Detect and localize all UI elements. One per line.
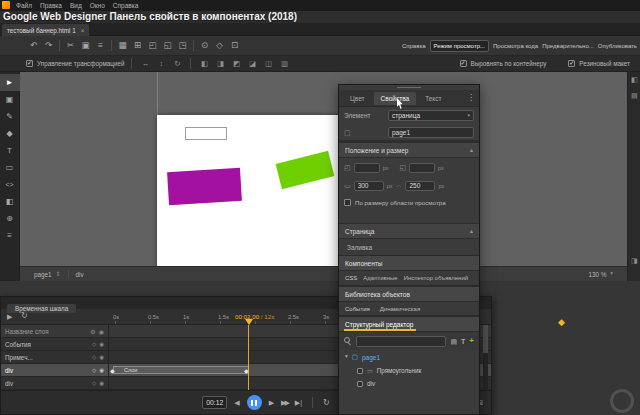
height-constraint-icon[interactable]: ↕ xyxy=(155,60,167,68)
artboard[interactable] xyxy=(157,115,346,267)
transform-tool[interactable]: ▣ xyxy=(0,91,20,108)
tab-text[interactable]: Текст xyxy=(418,92,448,105)
height-field[interactable]: 250 xyxy=(405,181,435,191)
width-constraint-icon[interactable]: ↔ xyxy=(139,60,151,68)
publish-button[interactable]: Опубликовать xyxy=(598,43,637,49)
viewport-size-checkbox[interactable] xyxy=(344,199,351,206)
tab-close-icon[interactable]: × xyxy=(81,27,85,34)
layer-visibility-icon[interactable]: ◉ xyxy=(99,328,104,335)
text-tool[interactable]: T xyxy=(0,142,20,159)
document-tab[interactable]: тестовый баннер.html 1 × xyxy=(2,24,89,36)
align-right-icon[interactable]: ◨ xyxy=(214,60,226,68)
layer-keyframe-icon[interactable]: ◇ xyxy=(92,341,96,347)
prev-frame-button[interactable]: ◀ xyxy=(234,399,239,406)
transform-controls-checkbox[interactable] xyxy=(26,60,33,67)
page-selector[interactable]: page1 xyxy=(34,271,52,278)
align-left-icon[interactable]: ◧ xyxy=(198,60,210,68)
panel-responsive-tab[interactable]: Адаптивные xyxy=(363,275,397,281)
menu-file[interactable]: Файл xyxy=(16,2,32,9)
rect-tool[interactable]: ▭ xyxy=(0,159,20,176)
align-topright-icon[interactable]: ◳ xyxy=(175,41,190,50)
panel-events-tab[interactable]: События xyxy=(345,306,370,312)
panel-dynamic-tab[interactable]: Динамическая xyxy=(380,306,420,312)
pen-tool[interactable]: ✎ xyxy=(0,108,20,125)
preview-mode-button[interactable]: Режим просмотр... xyxy=(430,40,490,52)
redo-icon[interactable]: ↷ xyxy=(41,41,56,50)
timeline-play-icon[interactable]: ▶ xyxy=(7,313,12,320)
link-dimensions-icon[interactable]: ⇔ xyxy=(395,182,402,189)
tree-row-div[interactable]: div xyxy=(339,377,479,390)
canvas[interactable]: page1 ⇕ div 130 % ▾ xyxy=(20,72,627,281)
panel-toggle-color-icon[interactable]: ◧ xyxy=(631,76,638,83)
element-type-select[interactable]: страница ▾ xyxy=(388,110,474,121)
playhead-marker[interactable] xyxy=(245,319,253,325)
outliner-add-icon[interactable]: + xyxy=(469,337,474,345)
layer-keyframe-icon[interactable]: ◇ xyxy=(92,380,96,386)
panel-outliner[interactable]: Структурный редактор xyxy=(339,316,479,332)
fill-tool[interactable]: ◧ xyxy=(0,193,20,210)
layer-eye-icon[interactable]: ◉ xyxy=(99,380,104,386)
layer-keyframe-icon[interactable]: ◇ xyxy=(92,354,96,360)
pause-button[interactable] xyxy=(247,395,262,410)
section-page[interactable]: Страница ▴ xyxy=(339,223,479,239)
align-top-icon[interactable]: ◩ xyxy=(230,60,242,68)
zoom-tool[interactable]: ⊕ xyxy=(0,210,20,227)
panel-asset-library[interactable]: Библиотека объектов xyxy=(339,286,479,302)
menu-view[interactable]: Вид xyxy=(70,2,82,9)
frame-icon[interactable]: ⊡ xyxy=(227,41,242,50)
undo-icon[interactable]: ↶ xyxy=(26,41,41,50)
element-id-field[interactable]: page1 xyxy=(388,127,474,138)
align-topleft-icon[interactable]: ◰ xyxy=(145,41,160,50)
selection-tool[interactable]: ► xyxy=(0,74,20,91)
menu-list-icon[interactable]: ≡ xyxy=(93,41,108,50)
outliner-search-input[interactable] xyxy=(356,336,446,347)
tree-div-checkbox[interactable] xyxy=(357,381,363,387)
zoom-chevron-icon[interactable]: ▾ xyxy=(610,271,613,277)
outliner-list-view-icon[interactable]: ▤ xyxy=(450,338,457,345)
tree-rect-checkbox[interactable] xyxy=(357,368,363,374)
layer-eye-icon[interactable]: ◉ xyxy=(99,341,104,347)
breadcrumb-element[interactable]: div xyxy=(76,271,84,278)
fast-forward-button[interactable]: ▶▶ xyxy=(281,399,288,406)
shape-tool[interactable]: ◆ xyxy=(0,125,20,142)
panel-toggle-events-icon[interactable]: ◨ xyxy=(631,257,638,264)
preview-button[interactable]: Предварительно... xyxy=(542,43,594,49)
rotate-icon[interactable]: ↻ xyxy=(171,60,183,68)
tree-expand-icon[interactable]: ▾ xyxy=(345,354,348,360)
tree-row-root[interactable]: ▾ ▢ page1 xyxy=(339,350,479,364)
layer-keyframe-icon[interactable]: ◇ xyxy=(92,367,96,373)
zoom-level[interactable]: 130 % xyxy=(588,271,606,278)
distribute-h-icon[interactable]: ◫ xyxy=(262,60,274,68)
tab-properties[interactable]: Свойства xyxy=(374,92,417,105)
menu-help[interactable]: Справка xyxy=(113,2,139,9)
timeline-scrollbar[interactable] xyxy=(483,325,488,390)
code-view-button[interactable]: Просмотра кода xyxy=(493,43,538,49)
outliner-text-view-icon[interactable]: T xyxy=(461,338,465,345)
panel-toggle-library-icon[interactable]: ▤ xyxy=(631,92,638,99)
magenta-rect-element[interactable] xyxy=(167,168,242,205)
fill-row[interactable]: Заливка xyxy=(339,239,479,255)
snap-icon[interactable]: ⊞ xyxy=(130,41,145,50)
section-position-size[interactable]: Положение и размер ▴ xyxy=(339,142,479,158)
panel-menu-kebab-icon[interactable]: ⋮ xyxy=(467,94,475,102)
align-to-container-checkbox[interactable] xyxy=(460,60,467,67)
copy-icon[interactable]: ▣ xyxy=(78,41,93,50)
x-position-field[interactable] xyxy=(354,163,380,173)
tab-color[interactable]: Цвет xyxy=(343,92,372,105)
green-rect-element[interactable] xyxy=(276,151,335,189)
tree-row-rectangle[interactable]: ▭ Прямоугольник xyxy=(339,364,479,377)
grid-icon[interactable]: ▦ xyxy=(115,41,130,50)
keyframe-tool-icon[interactable]: ◇ xyxy=(212,41,227,50)
collapse-chevron-icon[interactable]: ▴ xyxy=(470,147,473,153)
page-selector-updown-icon[interactable]: ⇕ xyxy=(56,271,61,277)
help-button[interactable]: Справка xyxy=(402,43,426,49)
layer-settings-gear-icon[interactable]: ⚙ xyxy=(90,328,95,335)
menu-edit[interactable]: Правка xyxy=(40,2,62,9)
hand-tool[interactable]: ≡ xyxy=(0,227,20,244)
width-field[interactable]: 300 xyxy=(354,181,384,191)
timeline-scrollbar-thumb[interactable] xyxy=(483,325,488,353)
panel-components[interactable]: Компоненты xyxy=(339,255,479,271)
target-icon[interactable]: ⊙ xyxy=(197,41,212,50)
distribute-v-icon[interactable]: ▥ xyxy=(278,60,290,68)
align-bottom-icon[interactable]: ◪ xyxy=(246,60,258,68)
